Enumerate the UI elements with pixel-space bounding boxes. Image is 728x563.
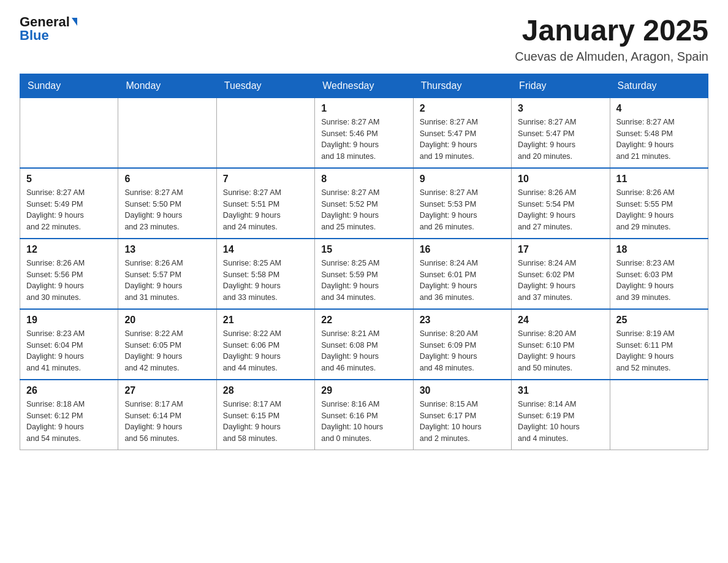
week-row-2: 5Sunrise: 8:27 AMSunset: 5:49 PMDaylight… [20,168,708,239]
day-info: Sunrise: 8:22 AMSunset: 6:05 PMDaylight:… [124,328,210,374]
calendar-cell: 3Sunrise: 8:27 AMSunset: 5:47 PMDaylight… [512,98,610,168]
day-info: Sunrise: 8:21 AMSunset: 6:08 PMDaylight:… [321,328,406,374]
calendar-cell: 9Sunrise: 8:27 AMSunset: 5:53 PMDaylight… [413,168,511,239]
day-number: 24 [518,315,603,326]
day-info: Sunrise: 8:23 AMSunset: 6:03 PMDaylight:… [616,258,702,304]
day-number: 16 [420,244,505,255]
day-info: Sunrise: 8:19 AMSunset: 6:11 PMDaylight:… [616,328,702,374]
day-number: 7 [223,174,308,185]
day-number: 13 [124,244,210,255]
day-info: Sunrise: 8:27 AMSunset: 5:48 PMDaylight:… [616,117,702,163]
day-number: 30 [420,385,505,396]
day-number: 12 [26,244,112,255]
calendar-title: January 2025 [515,15,708,47]
day-info: Sunrise: 8:27 AMSunset: 5:46 PMDaylight:… [321,117,406,163]
day-number: 23 [420,315,505,326]
logo: General Blue [20,15,77,43]
calendar-cell: 1Sunrise: 8:27 AMSunset: 5:46 PMDaylight… [315,98,413,168]
calendar-cell [610,380,708,450]
day-number: 25 [616,315,702,326]
day-number: 27 [124,385,210,396]
day-number: 14 [223,244,308,255]
day-number: 28 [223,385,308,396]
calendar-cell [20,98,118,168]
calendar-cell: 12Sunrise: 8:26 AMSunset: 5:56 PMDayligh… [20,239,118,309]
weekday-header-sunday: Sunday [20,74,118,98]
week-row-4: 19Sunrise: 8:23 AMSunset: 6:04 PMDayligh… [20,309,708,380]
calendar-cell: 25Sunrise: 8:19 AMSunset: 6:11 PMDayligh… [610,309,708,380]
weekday-header-row: SundayMondayTuesdayWednesdayThursdayFrid… [20,74,708,98]
day-number: 1 [321,103,406,114]
calendar-cell: 4Sunrise: 8:27 AMSunset: 5:48 PMDaylight… [610,98,708,168]
day-info: Sunrise: 8:27 AMSunset: 5:50 PMDaylight:… [124,187,210,233]
day-info: Sunrise: 8:24 AMSunset: 6:01 PMDaylight:… [420,258,505,304]
calendar-subtitle: Cuevas de Almuden, Aragon, Spain [515,50,708,64]
calendar-cell: 23Sunrise: 8:20 AMSunset: 6:09 PMDayligh… [413,309,511,380]
week-row-3: 12Sunrise: 8:26 AMSunset: 5:56 PMDayligh… [20,239,708,309]
calendar-cell: 27Sunrise: 8:17 AMSunset: 6:14 PMDayligh… [118,380,216,450]
day-number: 6 [124,174,210,185]
calendar-cell: 18Sunrise: 8:23 AMSunset: 6:03 PMDayligh… [610,239,708,309]
day-number: 15 [321,244,406,255]
calendar-cell: 21Sunrise: 8:22 AMSunset: 6:06 PMDayligh… [216,309,314,380]
day-number: 29 [321,385,406,396]
calendar-cell: 14Sunrise: 8:25 AMSunset: 5:58 PMDayligh… [216,239,314,309]
day-info: Sunrise: 8:17 AMSunset: 6:14 PMDaylight:… [124,399,210,445]
day-info: Sunrise: 8:22 AMSunset: 6:06 PMDaylight:… [223,328,308,374]
day-info: Sunrise: 8:27 AMSunset: 5:53 PMDaylight:… [420,187,505,233]
day-number: 31 [518,385,603,396]
day-info: Sunrise: 8:18 AMSunset: 6:12 PMDaylight:… [26,399,112,445]
calendar-cell: 11Sunrise: 8:26 AMSunset: 5:55 PMDayligh… [610,168,708,239]
day-info: Sunrise: 8:17 AMSunset: 6:15 PMDaylight:… [223,399,308,445]
calendar-cell: 2Sunrise: 8:27 AMSunset: 5:47 PMDaylight… [413,98,511,168]
day-info: Sunrise: 8:15 AMSunset: 6:17 PMDaylight:… [420,399,505,445]
calendar-cell: 5Sunrise: 8:27 AMSunset: 5:49 PMDaylight… [20,168,118,239]
calendar-cell: 16Sunrise: 8:24 AMSunset: 6:01 PMDayligh… [413,239,511,309]
day-number: 4 [616,103,702,114]
day-number: 17 [518,244,603,255]
calendar-cell: 8Sunrise: 8:27 AMSunset: 5:52 PMDaylight… [315,168,413,239]
title-section: January 2025 Cuevas de Almuden, Aragon, … [515,15,708,64]
calendar-cell [118,98,216,168]
calendar-cell: 10Sunrise: 8:26 AMSunset: 5:54 PMDayligh… [512,168,610,239]
calendar-cell: 28Sunrise: 8:17 AMSunset: 6:15 PMDayligh… [216,380,314,450]
day-number: 20 [124,315,210,326]
day-info: Sunrise: 8:24 AMSunset: 6:02 PMDaylight:… [518,258,603,304]
calendar-cell: 7Sunrise: 8:27 AMSunset: 5:51 PMDaylight… [216,168,314,239]
logo-arrow-icon [72,18,77,26]
day-number: 5 [26,174,112,185]
logo-blue: Blue [20,28,49,43]
day-info: Sunrise: 8:27 AMSunset: 5:52 PMDaylight:… [321,187,406,233]
calendar-cell: 13Sunrise: 8:26 AMSunset: 5:57 PMDayligh… [118,239,216,309]
calendar-cell: 17Sunrise: 8:24 AMSunset: 6:02 PMDayligh… [512,239,610,309]
calendar-cell: 24Sunrise: 8:20 AMSunset: 6:10 PMDayligh… [512,309,610,380]
calendar-cell: 20Sunrise: 8:22 AMSunset: 6:05 PMDayligh… [118,309,216,380]
day-number: 2 [420,103,505,114]
day-number: 21 [223,315,308,326]
calendar-cell: 15Sunrise: 8:25 AMSunset: 5:59 PMDayligh… [315,239,413,309]
calendar-cell [216,98,314,168]
day-info: Sunrise: 8:14 AMSunset: 6:19 PMDaylight:… [518,399,603,445]
day-info: Sunrise: 8:25 AMSunset: 5:59 PMDaylight:… [321,258,406,304]
day-number: 9 [420,174,505,185]
day-number: 26 [26,385,112,396]
day-info: Sunrise: 8:23 AMSunset: 6:04 PMDaylight:… [26,328,112,374]
weekday-header-tuesday: Tuesday [216,74,314,98]
day-number: 11 [616,174,702,185]
weekday-header-monday: Monday [118,74,216,98]
day-info: Sunrise: 8:26 AMSunset: 5:57 PMDaylight:… [124,258,210,304]
calendar-cell: 30Sunrise: 8:15 AMSunset: 6:17 PMDayligh… [413,380,511,450]
weekday-header-friday: Friday [512,74,610,98]
week-row-5: 26Sunrise: 8:18 AMSunset: 6:12 PMDayligh… [20,380,708,450]
page-header: General Blue January 2025 Cuevas de Almu… [20,15,708,64]
weekday-header-saturday: Saturday [610,74,708,98]
day-info: Sunrise: 8:27 AMSunset: 5:47 PMDaylight:… [420,117,505,163]
calendar-cell: 19Sunrise: 8:23 AMSunset: 6:04 PMDayligh… [20,309,118,380]
calendar-cell: 31Sunrise: 8:14 AMSunset: 6:19 PMDayligh… [512,380,610,450]
day-info: Sunrise: 8:26 AMSunset: 5:56 PMDaylight:… [26,258,112,304]
calendar-cell: 29Sunrise: 8:16 AMSunset: 6:16 PMDayligh… [315,380,413,450]
day-number: 3 [518,103,603,114]
day-number: 10 [518,174,603,185]
day-info: Sunrise: 8:20 AMSunset: 6:09 PMDaylight:… [420,328,505,374]
calendar-cell: 6Sunrise: 8:27 AMSunset: 5:50 PMDaylight… [118,168,216,239]
